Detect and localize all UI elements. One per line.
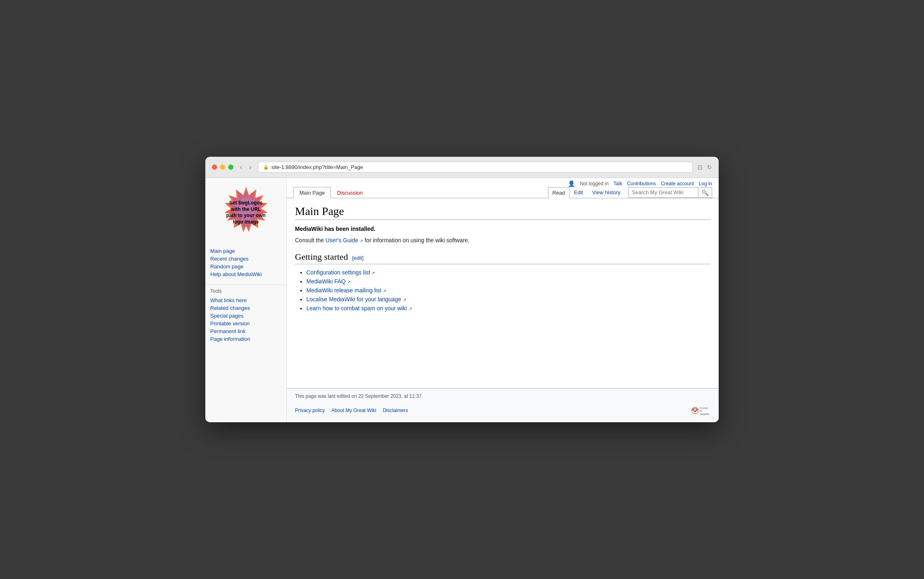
maximize-button[interactable] — [228, 164, 233, 170]
tabs-bar: Main Page Discussion Read Edit View hist… — [287, 187, 719, 198]
footer-about-link[interactable]: About My Great Wiki — [331, 408, 376, 413]
back-button[interactable]: ‹ — [238, 162, 244, 172]
ext-icon-1: ↗ — [347, 280, 350, 284]
getting-started-text: Getting started — [295, 252, 348, 262]
ext-icon-4: ↗ — [409, 307, 412, 311]
page-title: Main Page — [295, 205, 711, 220]
installed-message: MediaWiki has been installed. — [295, 226, 711, 232]
not-logged-in-text: Not logged in — [580, 181, 609, 186]
login-link[interactable]: Log in — [699, 181, 712, 186]
close-button[interactable] — [212, 164, 217, 170]
list-item: Learn how to combat spam on your wiki ↗ — [306, 305, 711, 311]
spam-link[interactable]: Learn how to combat spam on your wiki ↗ — [306, 305, 412, 311]
consult-line: Consult the User's Guide ↗ for informati… — [295, 237, 711, 243]
sidebar-item-special-pages[interactable]: Special pages — [210, 312, 282, 320]
sidebar-item-permanent-link[interactable]: Permanent link — [210, 327, 282, 335]
footer-links: Privacy policy About My Great Wiki Discl… — [295, 403, 711, 417]
svg-text:by: by — [700, 410, 702, 412]
top-bar: 👤 Not logged in Talk Contributions Creat… — [287, 178, 719, 187]
sidebar-item-main-page[interactable]: Main page — [210, 247, 282, 255]
minimize-button[interactable] — [220, 164, 225, 170]
users-guide-link[interactable]: User's Guide ↗ — [326, 237, 363, 243]
mediawiki-logo-icon: Powered by MediaWiki — [690, 403, 711, 417]
browser-chrome: ‹ › 🔒 site-1:8890/index.php?title=Main_P… — [205, 157, 719, 178]
wiki-content: Set $wgLogos with the URL path to your o… — [205, 178, 719, 422]
logo-area: Set $wgLogos with the URL path to your o… — [205, 182, 286, 247]
ext-icon-3: ↗ — [403, 298, 406, 302]
sidebar-item-help[interactable]: Help about MediaWiki — [210, 270, 282, 278]
consult-suffix: for information on using the wiki softwa… — [363, 237, 469, 243]
footer-edit-info: This page was last edited on 22 Septembe… — [295, 393, 711, 399]
sidebar-item-recent-changes[interactable]: Recent changes — [210, 255, 282, 263]
search-input[interactable] — [629, 188, 698, 197]
svg-text:MediaWiki: MediaWiki — [700, 413, 709, 415]
nav-section: Main page Recent changes Random page Hel… — [205, 247, 286, 283]
create-account-link[interactable]: Create account — [661, 181, 694, 186]
tools-heading: Tools — [210, 288, 282, 294]
list-item: MediaWiki FAQ ↗ — [306, 278, 711, 285]
mediawiki-faq-link[interactable]: MediaWiki FAQ ↗ — [306, 278, 350, 285]
sidebar: Set $wgLogos with the URL path to your o… — [205, 178, 287, 422]
search-box: 🔍 — [628, 187, 712, 198]
nav-buttons: ‹ › — [238, 162, 253, 172]
search-button[interactable]: 🔍 — [698, 188, 712, 197]
talk-link[interactable]: Talk — [614, 181, 622, 186]
action-view-history[interactable]: View history — [587, 187, 625, 198]
sidebar-item-page-information[interactable]: Page information — [210, 335, 282, 343]
action-buttons: Read Edit View history 🔍 — [548, 187, 712, 198]
contributions-link[interactable]: Contributions — [627, 181, 656, 186]
refresh-icon[interactable]: ↻ — [707, 164, 712, 171]
footer-disclaimers-link[interactable]: Disclaimers — [383, 408, 408, 413]
article-body: Main Page MediaWiki has been installed. … — [287, 198, 719, 388]
tab-discussion[interactable]: Discussion — [331, 187, 369, 198]
installed-bold: MediaWiki has been installed. — [295, 226, 375, 232]
url-text: site-1:8890/index.php?title=Main_Page — [271, 164, 363, 170]
page-tabs: Main Page Discussion — [293, 187, 369, 198]
localise-link[interactable]: Localise MediaWiki for your language ↗ — [306, 296, 406, 303]
tab-main-page[interactable]: Main Page — [293, 187, 331, 198]
lock-icon: 🔒 — [263, 164, 269, 170]
external-link-icon: ↗ — [360, 239, 363, 243]
share-icon[interactable]: ⊡ — [697, 164, 703, 171]
powered-by: Powered by MediaWiki — [690, 403, 711, 417]
footer-nav: Privacy policy About My Great Wiki Discl… — [295, 408, 408, 413]
sidebar-item-printable-version[interactable]: Printable version — [210, 320, 282, 327]
mailing-list-link[interactable]: MediaWiki release mailing list ↗ — [306, 287, 386, 294]
footer-privacy-link[interactable]: Privacy policy — [295, 408, 325, 413]
logo-starburst: Set $wgLogos with the URL path to your o… — [220, 186, 273, 239]
tools-section: Tools What links here Related changes Sp… — [205, 285, 286, 348]
sidebar-item-random-page[interactable]: Random page — [210, 263, 282, 270]
traffic-lights — [212, 164, 233, 170]
sidebar-item-what-links-here[interactable]: What links here — [210, 296, 282, 304]
address-bar[interactable]: 🔒 site-1:8890/index.php?title=Main_Page — [258, 162, 693, 173]
footer: This page was last edited on 22 Septembe… — [287, 388, 719, 422]
sidebar-item-related-changes[interactable]: Related changes — [210, 304, 282, 312]
action-edit[interactable]: Edit — [570, 187, 587, 198]
getting-started-list: Configuration settings list ↗ MediaWiki … — [306, 269, 711, 311]
svg-text:Powered: Powered — [700, 407, 708, 409]
ext-icon-2: ↗ — [383, 289, 386, 293]
list-item: Configuration settings list ↗ — [306, 269, 711, 276]
main-content: 👤 Not logged in Talk Contributions Creat… — [287, 178, 719, 422]
edit-section-link[interactable]: [edit] — [352, 255, 363, 261]
config-settings-link[interactable]: Configuration settings list ↗ — [306, 269, 375, 276]
browser-icons: ⊡ ↻ — [697, 164, 712, 171]
wiki-wrapper: Set $wgLogos with the URL path to your o… — [205, 178, 719, 422]
getting-started-heading: Getting started [edit] — [295, 252, 711, 264]
list-item: MediaWiki release mailing list ↗ — [306, 287, 711, 294]
logo-text: Set $wgLogos with the URL path to your o… — [226, 200, 266, 225]
action-read[interactable]: Read — [548, 187, 570, 198]
consult-prefix: Consult the — [295, 237, 326, 243]
list-item: Localise MediaWiki for your language ↗ — [306, 296, 711, 303]
browser-window: ‹ › 🔒 site-1:8890/index.php?title=Main_P… — [205, 157, 719, 422]
user-icon: 👤 — [568, 180, 575, 187]
forward-button[interactable]: › — [247, 162, 253, 172]
ext-icon-0: ↗ — [372, 271, 375, 275]
